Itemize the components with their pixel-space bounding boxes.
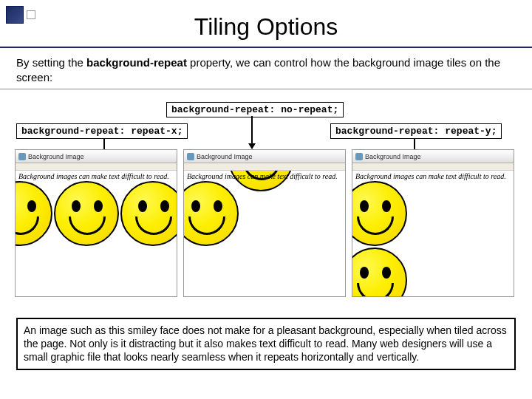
smiley-icon — [352, 181, 407, 246]
code-repeat-y: background-repeat: repeat-y; — [330, 123, 502, 139]
slide-title: Tiling Options — [0, 13, 532, 41]
example-repeat-y: Background Image Background images can m… — [352, 149, 514, 297]
example-repeat-x: Background Image Background images can m… — [15, 149, 177, 297]
example-caption: Background images can make text difficul… — [355, 172, 506, 180]
window-icon — [187, 153, 194, 160]
window-toolbar — [184, 163, 345, 171]
window-titlebar: Background Image — [16, 150, 177, 163]
smiley-icon — [16, 181, 52, 246]
footer-note: An image such as this smiley face does n… — [16, 318, 516, 370]
smiley-icon — [184, 181, 239, 246]
window-title: Background Image — [197, 153, 253, 160]
arrow-icon — [251, 116, 253, 149]
example-caption: Background images can make text difficul… — [187, 172, 338, 180]
example-caption: Background images can make text difficul… — [18, 172, 169, 180]
window-titlebar: Background Image — [352, 150, 514, 163]
example-body: Background images can make text difficul… — [352, 171, 514, 296]
window-title: Background Image — [365, 153, 421, 160]
intro-bold: background-repeat — [86, 56, 187, 69]
smiley-icon — [54, 181, 119, 246]
window-icon — [355, 153, 363, 160]
examples-row: Background Image Background images can m… — [15, 149, 517, 297]
example-body: Background images can make text difficul… — [184, 171, 345, 296]
window-toolbar — [16, 163, 177, 171]
code-no-repeat: background-repeat: no-repeat; — [166, 102, 344, 117]
slide-accent-small — [27, 10, 35, 19]
smiley-icon — [352, 248, 407, 296]
window-title: Background Image — [28, 153, 84, 160]
window-toolbar — [352, 163, 514, 171]
intro-text: By setting the background-repeat propert… — [0, 48, 532, 89]
window-titlebar: Background Image — [184, 150, 345, 163]
code-repeat-x: background-repeat: repeat-x; — [16, 123, 188, 139]
intro-pre: By setting the — [16, 56, 86, 69]
example-no-repeat: Background Image Background images can m… — [183, 149, 346, 297]
intro-divider — [0, 89, 532, 89]
window-icon — [18, 153, 26, 160]
slide-accent-square — [6, 6, 24, 24]
example-body: Background images can make text difficul… — [16, 171, 177, 296]
smiley-icon — [120, 181, 177, 246]
